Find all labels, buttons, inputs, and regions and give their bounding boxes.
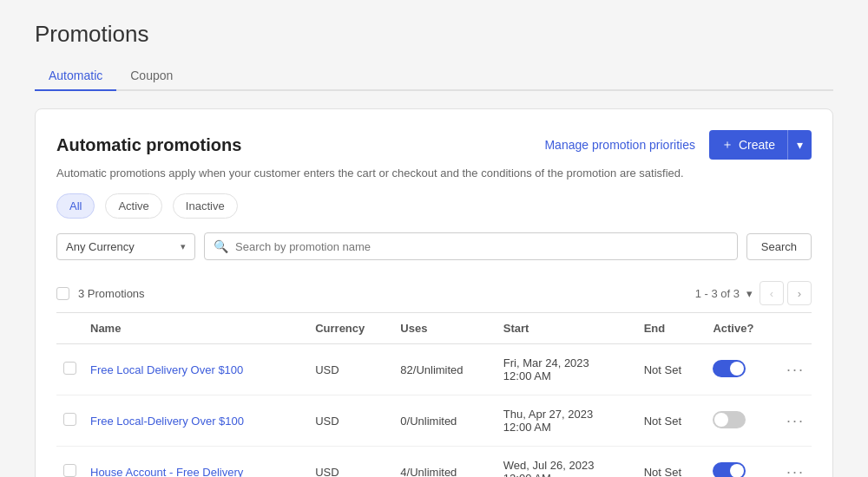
row-end: Not Set xyxy=(637,395,707,447)
row-checkbox xyxy=(56,447,83,478)
page-title: Promotions xyxy=(35,21,833,48)
promotions-count: 3 Promotions xyxy=(78,287,145,300)
page-container: Promotions Automatic Coupon Automatic pr… xyxy=(0,0,868,477)
row-more: ··· xyxy=(779,344,812,395)
row-checkbox xyxy=(56,344,83,395)
tab-bar: Automatic Coupon xyxy=(35,62,833,91)
create-btn-main[interactable]: ＋ Create xyxy=(709,130,788,160)
table-header-row: 3 Promotions 1 - 3 of 3 ▾ ‹ › xyxy=(56,274,812,313)
toggle-knob xyxy=(714,413,728,427)
search-row: Any Currency ▾ 🔍 Search xyxy=(56,232,812,260)
row-checkbox xyxy=(56,395,83,447)
col-currency: Currency xyxy=(308,313,393,344)
pagination-dropdown-icon[interactable]: ▾ xyxy=(746,287,753,300)
toggle-knob xyxy=(730,362,744,376)
card-title: Automatic promotions xyxy=(56,135,241,155)
active-toggle[interactable] xyxy=(713,462,746,478)
filter-inactive[interactable]: Inactive xyxy=(173,193,238,219)
search-input[interactable] xyxy=(235,240,728,253)
active-toggle[interactable] xyxy=(713,360,746,377)
filter-active[interactable]: Active xyxy=(105,193,161,219)
row-uses: 4/Unlimited xyxy=(393,447,496,478)
promotions-card: Automatic promotions Manage promotion pr… xyxy=(35,108,833,477)
toggle-knob xyxy=(730,464,744,478)
col-active: Active? xyxy=(706,313,779,344)
promo-name-link[interactable]: Free Local-Delivery Over $100 xyxy=(90,415,244,428)
active-toggle[interactable] xyxy=(713,411,746,428)
pagination-arrows: ‹ › xyxy=(760,281,812,305)
row-name: Free Local Delivery Over $100 xyxy=(83,344,308,395)
pagination-next[interactable]: › xyxy=(787,281,812,305)
more-menu-icon[interactable]: ··· xyxy=(786,412,805,429)
pagination-prev[interactable]: ‹ xyxy=(760,281,784,305)
promotions-table: Name Currency Uses Start End Active? Fre… xyxy=(56,313,812,477)
create-btn-dropdown[interactable]: ▾ xyxy=(788,131,812,159)
col-checkbox xyxy=(56,313,83,344)
row-name: Free Local-Delivery Over $100 xyxy=(83,395,308,447)
search-button[interactable]: Search xyxy=(746,233,812,260)
row-start: Fri, Mar 24, 202312:00 AM xyxy=(496,344,637,395)
table-header-left: 3 Promotions xyxy=(56,287,145,300)
row-end: Not Set xyxy=(637,447,707,478)
col-start: Start xyxy=(496,313,637,344)
row-uses: 82/Unlimited xyxy=(393,344,496,395)
tab-automatic[interactable]: Automatic xyxy=(35,62,116,91)
create-label: Create xyxy=(739,138,775,152)
row-checkbox-input[interactable] xyxy=(63,413,76,426)
currency-select[interactable]: Any Currency ▾ xyxy=(56,233,195,260)
more-menu-icon[interactable]: ··· xyxy=(786,361,805,378)
table-row: Free Local Delivery Over $100 USD 82/Unl… xyxy=(56,344,812,395)
filter-row: All Active Inactive xyxy=(56,193,812,219)
row-more: ··· xyxy=(779,395,812,447)
col-uses: Uses xyxy=(393,313,496,344)
promo-name-link[interactable]: House Account - Free Delivery xyxy=(90,466,243,478)
table-body: Free Local Delivery Over $100 USD 82/Unl… xyxy=(56,344,812,478)
manage-priorities-link[interactable]: Manage promotion priorities xyxy=(544,138,695,152)
row-checkbox-input[interactable] xyxy=(63,362,76,375)
row-currency: USD xyxy=(308,395,393,447)
row-active xyxy=(706,395,779,447)
select-all-checkbox[interactable] xyxy=(56,287,69,300)
chevron-down-icon: ▾ xyxy=(797,138,803,152)
col-end: End xyxy=(637,313,707,344)
card-actions: Manage promotion priorities ＋ Create ▾ xyxy=(544,130,812,160)
promo-name-link[interactable]: Free Local Delivery Over $100 xyxy=(90,363,243,376)
more-menu-icon[interactable]: ··· xyxy=(786,463,805,478)
search-box: 🔍 xyxy=(204,232,738,260)
row-active xyxy=(706,344,779,395)
row-checkbox-input[interactable] xyxy=(63,464,76,477)
table-row: Free Local-Delivery Over $100 USD 0/Unli… xyxy=(56,395,812,447)
table-row: House Account - Free Delivery USD 4/Unli… xyxy=(56,447,812,478)
currency-chevron-icon: ▾ xyxy=(181,241,186,252)
row-currency: USD xyxy=(308,447,393,478)
row-active xyxy=(706,447,779,478)
row-start: Wed, Jul 26, 202312:00 AM xyxy=(496,447,637,478)
table-header-right: 1 - 3 of 3 ▾ ‹ › xyxy=(695,281,812,305)
col-name: Name xyxy=(83,313,308,344)
col-actions xyxy=(779,313,812,344)
filter-all[interactable]: All xyxy=(56,193,95,219)
row-uses: 0/Unlimited xyxy=(393,395,496,447)
plus-icon: ＋ xyxy=(721,137,733,153)
table-head: Name Currency Uses Start End Active? xyxy=(56,313,812,344)
pagination-label: 1 - 3 of 3 xyxy=(695,287,740,300)
currency-value: Any Currency xyxy=(66,240,135,253)
tab-coupon[interactable]: Coupon xyxy=(116,62,187,91)
card-header: Automatic promotions Manage promotion pr… xyxy=(56,130,812,160)
row-more: ··· xyxy=(779,447,812,478)
row-name: House Account - Free Delivery xyxy=(83,447,308,478)
create-button[interactable]: ＋ Create ▾ xyxy=(709,130,812,160)
row-start: Thu, Apr 27, 202312:00 AM xyxy=(496,395,637,447)
card-description: Automatic promotions apply when your cus… xyxy=(56,167,812,180)
search-icon: 🔍 xyxy=(214,239,228,253)
row-end: Not Set xyxy=(637,344,707,395)
row-currency: USD xyxy=(308,344,393,395)
